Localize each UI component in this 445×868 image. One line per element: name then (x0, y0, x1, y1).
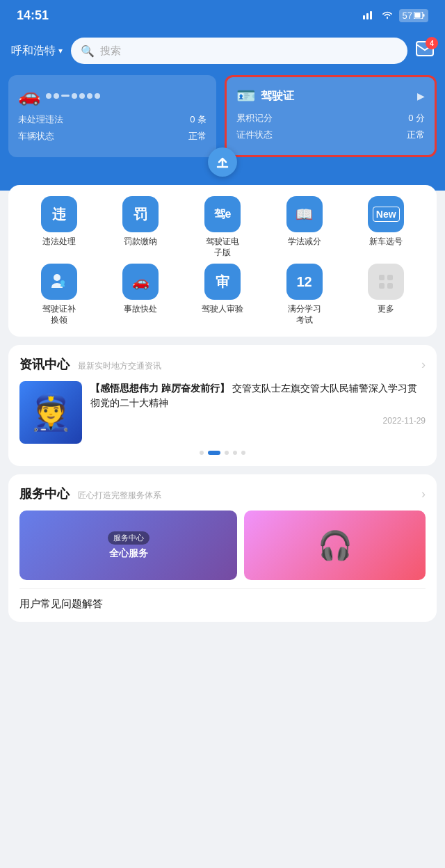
sc-secondary-image[interactable]: 🎧 (244, 511, 426, 580)
fine-icon: 罚 (122, 196, 159, 232)
services-grid: 违 违法处理 罚 罚款缴纳 驾e 驾驶证电子版 📖 学法减分 New (19, 196, 426, 326)
service-item-elicense[interactable]: 驾e 驾驶证电子版 (183, 196, 262, 258)
renew-icon (41, 264, 77, 300)
car-icon: 🚗 (18, 85, 40, 106)
cert-status-value: 正常 (407, 129, 425, 141)
services-section: 违 违法处理 罚 罚款缴纳 驾e 驾驶证电子版 📖 学法减分 New (8, 185, 437, 337)
service-center-header: 服务中心 匠心打造完整服务体系 › (19, 485, 426, 502)
faq-text[interactable]: 用户常见问题解答 (19, 597, 426, 611)
svg-point-8 (54, 274, 60, 281)
svg-rect-11 (387, 275, 393, 280)
service-center-section: 服务中心 匠心打造完整服务体系 › 服务中心 全心服务 🎧 用户常见问题解答 (8, 474, 437, 622)
sc-badge: 服务中心 (108, 531, 149, 545)
service-center-images: 服务中心 全心服务 🎧 (19, 511, 426, 580)
news-item[interactable]: 👮 【感悟思想伟力 踔厉奋发前行】 交管支队士左旗交管大队民辅警深入学习贯彻党的… (19, 381, 426, 444)
elicense-label: 驾驶证电子版 (206, 236, 239, 258)
cards-row: 🚗 未处理违法 0 条 车辆状态 正常 (8, 75, 437, 157)
news-image: 👮 (19, 381, 82, 444)
mail-button[interactable]: 4 (416, 41, 434, 61)
mail-badge: 4 (426, 37, 438, 49)
service-item-exam[interactable]: 12 满分学习考试 (265, 264, 344, 326)
exam-label: 满分学习考试 (288, 304, 321, 326)
search-bar[interactable]: 🔍 搜索 (71, 38, 407, 64)
upload-button-wrapper (8, 147, 437, 177)
svg-rect-5 (415, 13, 421, 18)
service-item-audit[interactable]: 审 驾驶人审验 (183, 264, 262, 326)
newplate-label: 新车选号 (369, 236, 403, 248)
app-header: 呼和浩特 ▾ 🔍 搜索 4 (0, 31, 445, 75)
headphone-icon: 🎧 (318, 529, 353, 562)
study-icon: 📖 (286, 196, 323, 232)
search-icon: 🔍 (81, 45, 95, 58)
violations-label: 未处理违法 (18, 113, 63, 126)
svg-rect-0 (363, 15, 365, 19)
news-date: 2022-11-29 (90, 416, 426, 426)
violation-label: 违法处理 (42, 236, 76, 248)
news-pagination-dots (19, 451, 426, 455)
status-time: 14:51 (17, 8, 49, 23)
license-card[interactable]: 🪪 驾驶证 ▶ 累积记分 0 分 证件状态 正常 (225, 75, 437, 157)
audit-icon: 审 (204, 264, 241, 300)
service-center-subtitle: 匠心打造完整服务体系 (78, 490, 161, 500)
news-article-title: 【感悟思想伟力 踔厉奋发前行】 交管支队士左旗交管大队民辅警深入学习贯彻党的二十… (90, 381, 426, 410)
svg-rect-13 (387, 283, 393, 289)
svg-rect-1 (366, 13, 369, 19)
service-center-title: 服务中心 (19, 487, 70, 501)
plate-display (46, 93, 100, 99)
news-section: 资讯中心 最新实时地方交通资讯 › 👮 【感悟思想伟力 踔厉奋发前行】 交管支队… (8, 345, 437, 466)
dot-3 (225, 451, 229, 455)
study-label: 学法减分 (288, 236, 321, 248)
license-icon: 🪪 (236, 87, 255, 105)
service-item-renew[interactable]: 驾驶证补换领 (19, 264, 99, 326)
cards-section: 🚗 未处理违法 0 条 车辆状态 正常 (0, 75, 445, 191)
dot-1 (200, 451, 204, 455)
service-item-study[interactable]: 📖 学法减分 (265, 196, 344, 258)
news-title-label: 资讯中心 (19, 357, 70, 371)
vehicle-status-label: 车辆状态 (18, 130, 54, 143)
violation-icon: 违 (41, 196, 77, 232)
status-icons: 57 (363, 9, 428, 22)
svg-rect-2 (370, 11, 372, 19)
news-subtitle: 最新实时地方交通资讯 (78, 361, 161, 371)
violations-value: 0 条 (190, 113, 207, 126)
more-icon (368, 264, 404, 300)
newplate-icon: New (368, 196, 404, 232)
service-item-violation[interactable]: 违 违法处理 (19, 196, 99, 258)
svg-rect-12 (379, 283, 385, 289)
arrow-right-icon: ▶ (417, 90, 425, 102)
battery-icon: 57 (399, 9, 428, 22)
chevron-down-icon: ▾ (58, 46, 63, 56)
service-item-accident[interactable]: 🚗 事故快处 (102, 264, 181, 326)
cert-status-label: 证件状态 (236, 129, 273, 141)
police-icon: 👮 (29, 392, 72, 433)
service-item-newplate[interactable]: New 新车选号 (346, 196, 426, 258)
accident-icon: 🚗 (122, 264, 159, 300)
status-bar: 14:51 57 (0, 0, 445, 31)
more-label: 更多 (378, 304, 394, 315)
sc-main-image[interactable]: 服务中心 全心服务 (19, 511, 237, 580)
renew-label: 驾驶证补换领 (42, 304, 76, 326)
dot-4 (233, 451, 237, 455)
license-title: 驾驶证 (261, 89, 294, 104)
service-item-more[interactable]: 更多 (346, 264, 426, 326)
accident-label: 事故快处 (124, 304, 157, 315)
exam-icon: 12 (286, 264, 323, 300)
vehicle-status-value: 正常 (188, 130, 207, 143)
fine-label: 罚款缴纳 (124, 236, 157, 248)
upload-button[interactable] (208, 147, 237, 177)
dot-2-active (208, 451, 220, 455)
vehicle-card[interactable]: 🚗 未处理违法 0 条 车辆状态 正常 (8, 75, 216, 157)
news-header: 资讯中心 最新实时地方交通资讯 › (19, 356, 426, 373)
service-center-arrow-icon[interactable]: › (421, 487, 426, 501)
sc-main-label: 全心服务 (109, 547, 148, 560)
location-selector[interactable]: 呼和浩特 ▾ (11, 44, 63, 58)
wifi-icon (381, 10, 394, 22)
audit-label: 驾驶人审验 (202, 304, 243, 315)
points-value: 0 分 (408, 112, 425, 124)
svg-rect-10 (379, 275, 385, 280)
news-arrow-icon[interactable]: › (421, 357, 426, 372)
service-item-fine[interactable]: 罚 罚款缴纳 (102, 196, 181, 258)
location-name: 呼和浩特 (11, 44, 56, 58)
svg-rect-4 (423, 14, 425, 17)
signal-icon (363, 10, 375, 22)
